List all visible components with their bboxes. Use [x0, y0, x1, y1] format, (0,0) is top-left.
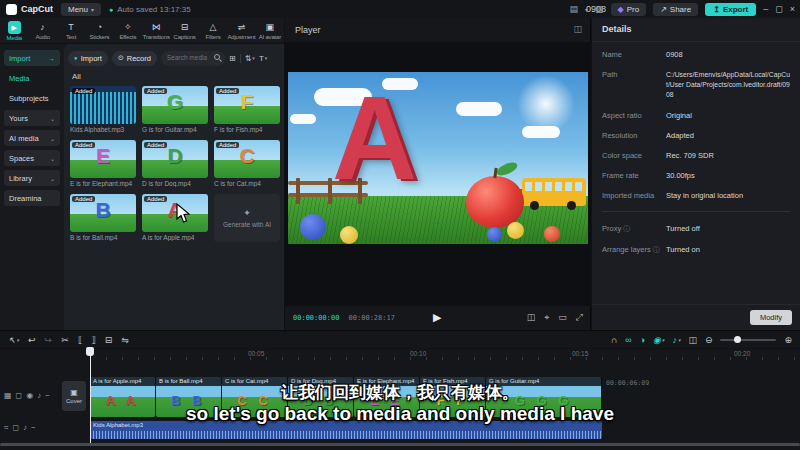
tab-media[interactable]: ▶Media: [0, 18, 28, 43]
minimize-button[interactable]: –: [763, 4, 768, 14]
delete-right-icon[interactable]: ⟧: [91, 335, 95, 345]
media-item-e-elephant[interactable]: AddedE E is for Elephant.mp4: [70, 140, 136, 187]
media-item-d-dog[interactable]: AddedD D is for Dog.mp4: [142, 140, 208, 187]
media-icon: ▶: [8, 21, 21, 34]
render-preview-icon[interactable]: ◫: [688, 335, 697, 345]
record-button[interactable]: ⊙Record: [112, 51, 157, 66]
search-input[interactable]: [167, 52, 211, 64]
export-icon: ↥: [713, 5, 720, 14]
fullscreen-icon[interactable]: ⤢: [576, 312, 583, 323]
player-controls: 00:00:00:00 00:00:28:17 ▶ ◫ ⌖ ▭ ⤢: [285, 306, 591, 330]
cloud: [522, 126, 560, 138]
share-button[interactable]: ↗ Share: [653, 3, 698, 16]
timeline-ruler[interactable]: 00:05 00:10 00:15 00:20: [0, 349, 800, 361]
modify-button[interactable]: Modify: [750, 310, 792, 325]
chevron-down-icon[interactable]: ▾: [585, 6, 588, 13]
detail-row-frame-rate: Frame rate30.00fps: [602, 171, 790, 180]
current-timecode: 00:00:00:00: [293, 314, 339, 322]
added-badge: Added: [216, 88, 239, 94]
chevron-down-icon: ⌄: [50, 155, 55, 162]
added-badge: Added: [144, 196, 167, 202]
detail-row-proxy: ProxyⓘTurned off: [602, 224, 790, 234]
media-item-a-apple[interactable]: AddedA A is for Apple.mp4: [142, 194, 208, 241]
media-library-panel: ▶Media ♪Audio TText ◔Stickers ✧Effects ⋈…: [0, 18, 284, 330]
menu-button[interactable]: Menu ▾: [61, 3, 101, 16]
zoom-in-icon[interactable]: ⊕: [784, 335, 792, 345]
filter-icon[interactable]: T▾: [259, 54, 267, 63]
layout-toggle-icon[interactable]: ▤: [569, 4, 578, 14]
added-badge: Added: [72, 196, 95, 202]
ball-yellow: [340, 226, 358, 244]
details-panel: Details Name0908 PathC:/Users/Emenvis/Ap…: [592, 18, 800, 330]
sidebar-item-dreamina[interactable]: Dreamina: [4, 190, 60, 206]
delete-left-icon[interactable]: ⟦: [78, 335, 82, 345]
panel-layout-icon[interactable]: ▥: [595, 4, 604, 14]
maximize-button[interactable]: ◻: [775, 4, 782, 14]
sidebar-item-media[interactable]: Media: [4, 70, 60, 86]
sidebar-item-ai-media[interactable]: AI media⌄: [4, 130, 60, 146]
tab-adjustment[interactable]: ⇌Adjustment: [227, 18, 255, 43]
linked-clips-icon[interactable]: ∞: [625, 335, 631, 345]
tab-filters[interactable]: △Filters: [199, 18, 227, 43]
play-button[interactable]: ▶: [433, 311, 441, 324]
tab-effects[interactable]: ✧Effects: [114, 18, 142, 43]
media-item-b-ball[interactable]: AddedB B is for Ball.mp4: [70, 194, 136, 241]
media-sidebar: Import→ Media Subprojects Yours⌄ AI medi…: [0, 44, 64, 330]
undo-icon[interactable]: ↩: [28, 335, 36, 345]
timeline-zoom-slider[interactable]: [720, 335, 776, 345]
subtitle-chinese: 让我们回到媒体，我只有媒体。: [0, 381, 800, 404]
sidebar-item-spaces[interactable]: Spaces⌄: [4, 150, 60, 166]
auto-ripple-icon[interactable]: ◑: [640, 335, 645, 345]
timeline-scrollbar[interactable]: [0, 443, 800, 446]
tab-text[interactable]: TText: [57, 18, 85, 43]
transitions-icon: ⋈: [152, 22, 161, 33]
delete-icon[interactable]: ⊟: [105, 335, 113, 345]
sun: [516, 74, 576, 134]
detail-row-color-space: Color spaceRec. 709 SDR: [602, 151, 790, 160]
ratio-icon[interactable]: ▭: [558, 312, 567, 323]
pro-label: Pro: [627, 5, 639, 14]
zoom-out-icon[interactable]: ⊖: [705, 335, 713, 345]
sidebar-item-import[interactable]: Import→: [4, 50, 60, 66]
sidebar-item-yours[interactable]: Yours⌄: [4, 110, 60, 126]
capcut-window: CapCut Menu ▾ ● Auto saved 13:17:35 0908…: [0, 0, 800, 450]
playhead-handle[interactable]: [86, 347, 94, 356]
ball-blue-right: [487, 227, 502, 242]
adjustment-icon: ⇌: [238, 22, 246, 33]
preview-axis-icon[interactable]: ⌖: [544, 312, 549, 323]
split-icon[interactable]: ✂: [61, 335, 69, 345]
tab-audio[interactable]: ♪Audio: [28, 18, 56, 43]
media-item-g-guitar[interactable]: AddedG G is for Guitar.mp4: [142, 86, 208, 133]
media-item-c-cat[interactable]: AddedC C is for Cat.mp4: [214, 140, 280, 187]
mirror-icon[interactable]: ⇋: [121, 335, 129, 345]
preview-axis-toggle-icon[interactable]: ◉▾: [653, 335, 664, 345]
select-tool-icon[interactable]: ↖▾: [8, 335, 19, 345]
generate-with-ai-tile[interactable]: ✦Generate with AI: [214, 194, 280, 242]
zoom-slider-knob[interactable]: [734, 336, 741, 343]
tab-ai-avatar[interactable]: ▣AI avatar: [256, 18, 284, 43]
sort-icon[interactable]: ⇅▾: [245, 54, 255, 63]
player-title: Player: [295, 25, 321, 35]
tab-transitions[interactable]: ⋈Transitions: [142, 18, 170, 43]
player-options-icon[interactable]: ◫: [573, 24, 582, 34]
import-media-button[interactable]: ●Import: [68, 51, 108, 66]
video-preview[interactable]: A: [288, 72, 588, 244]
export-button[interactable]: ↥ Export: [705, 3, 756, 16]
added-badge: Added: [144, 142, 167, 148]
apple-graphic: [466, 176, 524, 228]
sidebar-item-subprojects[interactable]: Subprojects: [4, 90, 60, 106]
close-button[interactable]: ×: [790, 4, 795, 14]
tab-captions[interactable]: ⊟Captions: [170, 18, 198, 43]
text-icon: T: [68, 22, 74, 33]
magnet-snapping-icon[interactable]: ∩: [611, 335, 617, 345]
media-item-kids-alphabet[interactable]: Added Kids Alphabet.mp3: [70, 86, 136, 133]
chevron-down-icon: ⌄: [50, 115, 55, 122]
redo-icon[interactable]: ↪: [45, 335, 53, 345]
pro-button[interactable]: ◆ Pro: [611, 3, 647, 16]
track-sound-icon[interactable]: ♪▾: [672, 335, 680, 345]
snapshot-icon[interactable]: ◫: [527, 312, 536, 323]
view-grid-icon[interactable]: ⊞: [229, 54, 236, 63]
sidebar-item-library[interactable]: Library⌄: [4, 170, 60, 186]
tab-stickers[interactable]: ◔Stickers: [85, 18, 113, 43]
media-item-f-fish[interactable]: AddedF F is for Fish.mp4: [214, 86, 280, 133]
